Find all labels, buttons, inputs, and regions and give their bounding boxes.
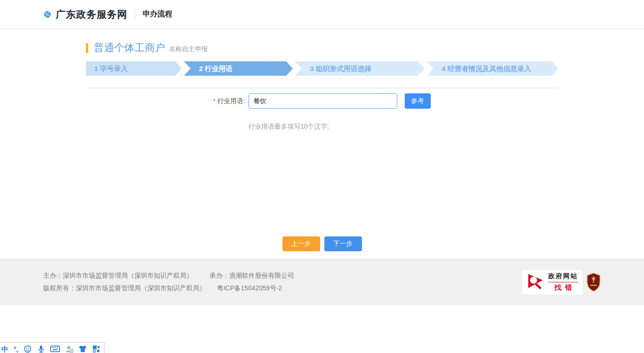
- gov-site-find-error-badge[interactable]: 政府网站 找错: [522, 270, 583, 294]
- ime-keyboard-icon[interactable]: [50, 345, 60, 353]
- ime-microphone-icon[interactable]: [37, 345, 45, 353]
- footer-text-block: 主办：深圳市市场监督管理局（深圳市知识产权局）承办：浪潮软件股份有限公司 版权所…: [43, 268, 294, 297]
- reference-button[interactable]: 参考: [405, 93, 431, 109]
- page-title: 普通个体工商户: [94, 41, 165, 55]
- industry-term-input[interactable]: [249, 93, 397, 109]
- ime-emoji-icon[interactable]: [23, 345, 32, 353]
- footer-icp-number: 粤ICP备15042059号-2: [217, 284, 282, 292]
- site-logo-pinwheel-icon: [43, 10, 52, 19]
- title-accent-bar: [86, 43, 88, 53]
- industry-term-label: 行业用语:: [217, 97, 245, 105]
- header: 广东政务服务网 申办流程: [0, 0, 644, 29]
- previous-step-button[interactable]: 上一步: [283, 236, 320, 251]
- footer-badges: 政府网站 找错: [522, 270, 601, 294]
- ime-grid-menu-icon[interactable]: [92, 345, 100, 353]
- wizard-step-2[interactable]: 2 行业用语: [184, 61, 293, 76]
- wizard-step-1[interactable]: 1 字号录入: [86, 61, 182, 76]
- site-title: 广东政务服务网: [56, 8, 127, 21]
- industry-term-help-text: 行业用语最多填写10个汉字;: [249, 123, 559, 131]
- footer: 主办：深圳市市场监督管理局（深圳市知识产权局）承办：浪潮软件股份有限公司 版权所…: [0, 259, 644, 305]
- industry-term-label-box: *行业用语:: [86, 97, 245, 105]
- ime-toolbar[interactable]: 中 °,: [0, 342, 105, 353]
- required-asterisk: *: [213, 98, 216, 105]
- header-divider: [135, 9, 135, 20]
- wizard-actions: 上一步 下一步: [86, 236, 559, 251]
- find-error-magnifier-icon: [527, 273, 545, 292]
- footer-undertaker: 承办：浪潮软件股份有限公司: [210, 272, 294, 279]
- footer-host: 主办：深圳市市场监督管理局（深圳市知识产权局）: [43, 272, 193, 279]
- find-error-badge-line1: 政府网站: [548, 272, 578, 282]
- find-error-badge-line2: 找错: [551, 283, 576, 292]
- page-title-row: 普通个体工商户 名称自主申报: [86, 41, 559, 55]
- section-divider: [86, 88, 559, 88]
- ime-user-dictionary-icon[interactable]: [65, 345, 73, 353]
- ime-punctuation-icon[interactable]: °,: [13, 345, 18, 353]
- wizard-step-3[interactable]: 3 组织形式用语选择: [295, 61, 424, 76]
- step-wizard: 1 字号录入 2 行业用语 3 组织形式用语选择 4 经营者情况及其他信息录入: [86, 61, 559, 76]
- ime-chinese-mode-icon[interactable]: 中: [1, 345, 8, 353]
- footer-copyright: 版权所有：深圳市市场监督管理局（深圳市知识产权局）: [43, 284, 206, 292]
- nav-apply-process[interactable]: 申办流程: [143, 9, 172, 19]
- main-content: 普通个体工商户 名称自主申报 1 字号录入 2 行业用语 3 组织形式用语选择 …: [86, 41, 559, 251]
- page-subtitle: 名称自主申报: [169, 45, 208, 53]
- wizard-step-4[interactable]: 4 经营者情况及其他信息录入: [427, 61, 559, 76]
- next-step-button[interactable]: 下一步: [324, 236, 362, 251]
- industry-term-row: *行业用语: 参考: [86, 93, 559, 109]
- ime-skin-tshirt-icon[interactable]: [79, 345, 87, 353]
- government-emblem-shield-badge-icon[interactable]: [586, 273, 601, 292]
